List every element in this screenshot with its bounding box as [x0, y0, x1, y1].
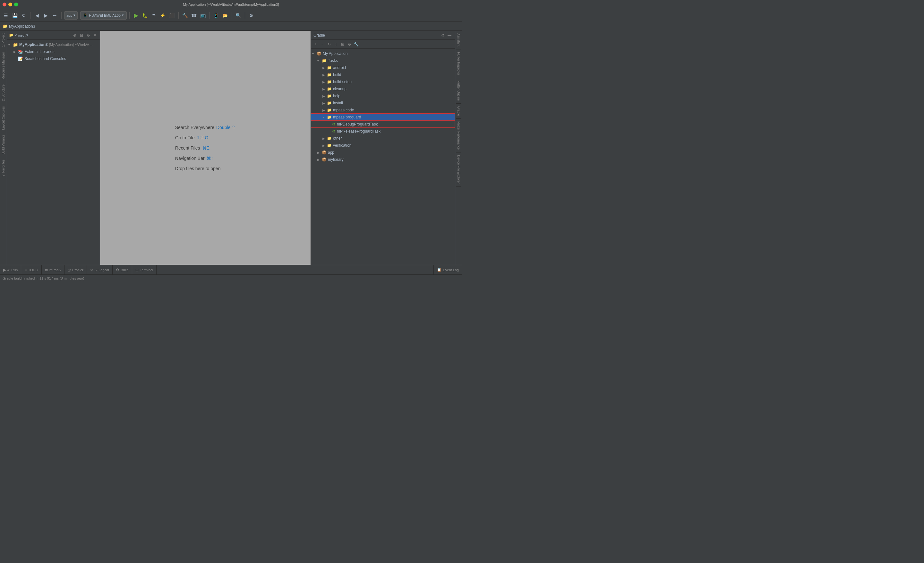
gradle-item-help[interactable]: ▶ 📁 help	[311, 92, 455, 99]
gradle-item-mpaas-proguard[interactable]: ▾ 📁 mpaas:proguard	[311, 114, 455, 121]
locate-file-button[interactable]: ⊕	[72, 32, 78, 38]
sidebar-item-resource-manager[interactable]: Resource Manager	[0, 50, 6, 82]
project-icon: 📁	[13, 42, 18, 47]
status-message: Gradle build finished in 11 s 917 ms (8 …	[3, 276, 84, 280]
settings-button[interactable]: ⚙	[248, 12, 255, 19]
gradle-label-help: help	[333, 94, 340, 98]
gradle-other-icon: 📁	[327, 136, 332, 141]
close-button[interactable]	[3, 3, 6, 6]
gradle-mpaas-proguard-icon: 📁	[327, 115, 332, 119]
gradle-add-button[interactable]: ＋	[313, 41, 319, 47]
bottom-tab-mpaas[interactable]: m mPaaS	[42, 265, 64, 275]
gradle-item-root[interactable]: ▾ 📦 My Application	[311, 50, 455, 57]
bottom-tab-logcat[interactable]: ≋ 6: Logcat	[87, 265, 112, 275]
sidebar-item-project[interactable]: 1: Project	[0, 31, 6, 50]
main-toolbar: ☰ 💾 ↻ ◀ ▶ ↩ app ▾ 📱 HUAWEI EML-AL00 ▾ ▶ …	[0, 9, 462, 22]
gradle-item-android[interactable]: ▶ 📁 android	[311, 64, 455, 71]
sync-button[interactable]: ↻	[20, 12, 28, 19]
hide-panel-button[interactable]: ✕	[92, 32, 98, 38]
gradle-item-cleanup[interactable]: ▶ 📁 cleanup	[311, 86, 455, 92]
tree-item-scratches[interactable]: 📝 Scratches and Consoles	[7, 55, 100, 62]
welcome-search: Search Everywhere Double ⇧	[175, 125, 236, 130]
gradle-build-setup-icon: 📁	[327, 80, 332, 84]
gradle-arrow-app: ▶	[317, 151, 322, 155]
gradle-panel: Gradle ⚙ — ＋ － ↻ ↕ ⊞ ⚙ 🔧 ▾ 📦 My Applicat…	[310, 31, 455, 265]
profiler-tab-icon: ◎	[68, 268, 71, 272]
profiler-tab-label: Profiler	[72, 268, 83, 272]
bottom-tab-run[interactable]: ▶ 4: Run	[0, 265, 21, 275]
gradle-item-release-proguard[interactable]: ⚙ mPReleaseProguardTask	[311, 128, 455, 135]
right-tab-flutter-performance[interactable]: Flutter Performance	[456, 119, 461, 152]
undo-button[interactable]: ↩	[51, 12, 59, 19]
gradle-sort-button[interactable]: ↕	[333, 41, 339, 47]
right-tab-flutter-outline[interactable]: Flutter Outline	[456, 78, 461, 104]
bottom-tab-terminal[interactable]: ⊟ Terminal	[132, 265, 157, 275]
gradle-item-verification[interactable]: ▶ 📁 verification	[311, 142, 455, 149]
gradle-arrow-mpaas-proguard: ▾	[322, 116, 327, 119]
gradle-arrow-mylibrary: ▶	[317, 158, 322, 161]
minimize-button[interactable]	[8, 3, 12, 6]
gradle-item-install[interactable]: ▶ 📁 install	[311, 99, 455, 107]
stop-button[interactable]: ⬛	[168, 12, 176, 19]
tree-item-root[interactable]: ▾ 📁 MyApplication3 [My Application] ~/Wo…	[7, 41, 100, 48]
search-everywhere-button[interactable]: 🔍	[234, 12, 242, 19]
gradle-hide-button[interactable]: —	[447, 32, 452, 38]
gradle-item-mylibrary[interactable]: ▶ 📦 mylibrary	[311, 156, 455, 163]
device-manager-button[interactable]: 📱	[212, 12, 220, 19]
avd-button[interactable]: 📺	[199, 12, 207, 19]
maximize-button[interactable]	[14, 3, 18, 6]
editor-area: Search Everywhere Double ⇧ Go to File ⇧⌘…	[100, 31, 310, 265]
gradle-label-app: app	[328, 150, 334, 155]
sidebar-item-favorites[interactable]: 2: Favorites	[0, 157, 6, 179]
bottom-tab-profiler[interactable]: ◎ Profiler	[64, 265, 87, 275]
gradle-item-debug-proguard[interactable]: ⚙ mPDebugProguardTask	[311, 121, 455, 128]
save-button[interactable]: 💾	[11, 12, 19, 19]
tree-item-external-libraries[interactable]: ▶ 📚 External Libraries	[7, 48, 100, 55]
gradle-label-tasks: Tasks	[328, 59, 338, 63]
device-dropdown[interactable]: 📱 HUAWEI EML-AL00 ▾	[80, 11, 127, 20]
sdk-button[interactable]: ☎	[190, 12, 198, 19]
right-tab-flutter-inspector[interactable]: Flutter Inspector	[456, 50, 461, 78]
event-log-button[interactable]: 📋 Event Log	[434, 265, 462, 275]
run-config-label: app	[66, 14, 72, 17]
build-button[interactable]: 🔨	[181, 12, 189, 19]
collapse-all-button[interactable]: ⊟	[79, 32, 84, 38]
project-dropdown[interactable]: 📁 Project ▾	[9, 33, 28, 37]
gradle-remove-button[interactable]: －	[320, 41, 326, 47]
bottom-tab-todo[interactable]: ≡ TODO	[21, 265, 42, 275]
right-tab-assistant[interactable]: Assistant	[456, 31, 461, 50]
project-name: MyApplication3	[9, 24, 35, 29]
gradle-item-app[interactable]: ▶ 📦 app	[311, 149, 455, 156]
debug-button[interactable]: 🐛	[141, 12, 149, 19]
gradle-item-build-setup[interactable]: ▶ 📁 build setup	[311, 78, 455, 86]
gradle-item-build[interactable]: ▶ 📁 build	[311, 71, 455, 78]
gradle-settings-button[interactable]: ⚙	[440, 32, 446, 38]
gradle-arrow-mpaas-code: ▶	[322, 108, 327, 112]
run-config-dropdown[interactable]: app ▾	[64, 11, 78, 20]
forward-button[interactable]: ▶	[42, 12, 50, 19]
gradle-filter-button[interactable]: ⊞	[340, 41, 345, 47]
gradle-item-other[interactable]: ▶ 📁 other	[311, 135, 455, 142]
bottom-tab-build[interactable]: ⚙ Build	[112, 265, 132, 275]
gradle-help-icon: 📁	[327, 94, 332, 98]
settings-gear-button[interactable]: ⚙	[86, 32, 91, 38]
gradle-item-tasks[interactable]: ▾ 📁 Tasks	[311, 57, 455, 64]
coverage-button[interactable]: ☂	[150, 12, 158, 19]
sidebar-item-structure[interactable]: 2: Structure	[0, 82, 6, 104]
event-log-icon: 📋	[437, 268, 441, 272]
gradle-reload-button[interactable]: ↻	[326, 41, 332, 47]
device-file-button[interactable]: 📂	[221, 12, 229, 19]
right-tab-gradle[interactable]: Gradle	[456, 104, 461, 119]
gradle-item-mpaas-code[interactable]: ▶ 📁 mpaas:code	[311, 107, 455, 114]
drop-label: Drop files here to open	[175, 166, 221, 171]
sidebar-toggle-button[interactable]: ☰	[2, 12, 10, 19]
sidebar-item-layout-captures[interactable]: Layout Captures	[0, 104, 6, 132]
run-button[interactable]: ▶	[132, 12, 140, 19]
sidebar-item-build-variants[interactable]: Build Variants	[0, 132, 6, 157]
profile-button[interactable]: ⚡	[159, 12, 167, 19]
right-tab-device-file-explorer[interactable]: Device File Explorer	[456, 152, 461, 186]
back-button[interactable]: ◀	[33, 12, 41, 19]
gradle-toggle-button[interactable]: ⚙	[346, 41, 352, 47]
gradle-wrench-button[interactable]: 🔧	[353, 41, 359, 47]
gradle-arrow-help: ▶	[322, 95, 327, 98]
